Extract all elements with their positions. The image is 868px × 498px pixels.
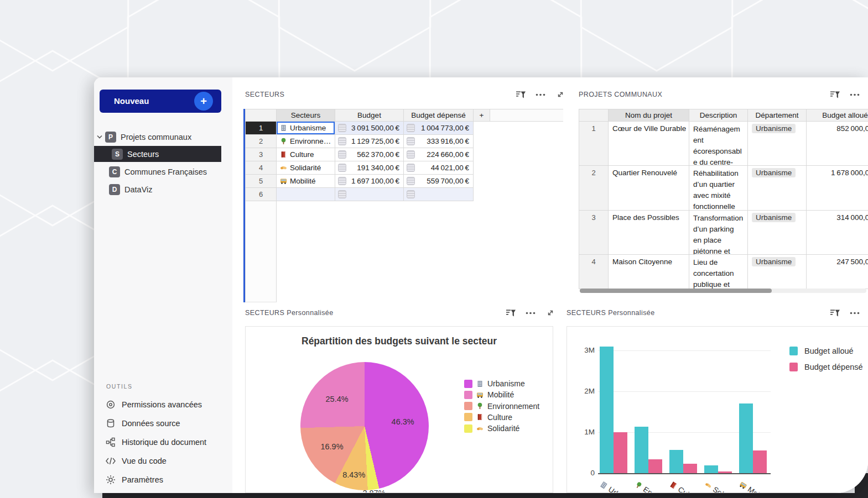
row-number[interactable]: 6 xyxy=(245,188,277,201)
cell-departement[interactable]: Urbanisme xyxy=(748,122,807,166)
filter-sort-icon[interactable] xyxy=(829,308,841,318)
bar-budget-dépensé-urbanisme[interactable] xyxy=(614,432,627,473)
cell-secteur[interactable]: Culture xyxy=(277,148,335,161)
cell-secteur[interactable]: Solidarité xyxy=(277,161,335,175)
legend-item-urbanisme[interactable]: Urbanisme xyxy=(464,379,525,388)
row-number-header[interactable] xyxy=(579,109,609,122)
row-number-header[interactable] xyxy=(245,109,277,122)
column-header-département[interactable]: Département xyxy=(748,109,807,122)
cell-nom-du-projet[interactable]: Maison Citoyenne xyxy=(609,255,689,289)
chevron-down-icon[interactable] xyxy=(95,133,104,141)
cell-secteur[interactable]: Environnement xyxy=(277,135,335,148)
cell-description[interactable]: Lieu de concertation publique et xyxy=(689,255,748,289)
expand-icon[interactable] xyxy=(544,308,557,318)
filter-sort-icon[interactable] xyxy=(505,308,517,318)
legend-swatch xyxy=(789,363,798,371)
plus-icon[interactable]: + xyxy=(194,92,213,111)
cell-budget-depense[interactable]: 224 660,00 € xyxy=(404,148,474,161)
cell-description[interactable]: Transformation d’un parking en place pié… xyxy=(689,211,748,255)
cell-departement[interactable]: Urbanisme xyxy=(748,211,807,255)
horizontal-scrollbar[interactable] xyxy=(580,289,772,293)
cell-budget-depense[interactable]: 559 700,00 € xyxy=(404,175,474,188)
bar-budget-dépensé-culture[interactable] xyxy=(683,464,697,473)
more-options-icon[interactable] xyxy=(849,90,861,99)
bar-budget-dépensé-solidarité[interactable] xyxy=(718,471,732,473)
pie-percentage-label: 8.43% xyxy=(342,470,365,479)
cell-description[interactable]: Réhabilitation d’un quartier avec mixité… xyxy=(689,166,748,211)
column-header-secteurs[interactable]: Secteurs xyxy=(277,109,335,122)
row-number[interactable]: 4 xyxy=(579,255,609,289)
row-number[interactable]: 5 xyxy=(245,175,277,188)
column-header-budget-alloué[interactable]: Budget alloué xyxy=(807,109,868,122)
sidebar-tool-permissions[interactable]: Permissions avancées xyxy=(94,397,227,412)
bar-budget-dépensé-environnement[interactable] xyxy=(648,459,662,473)
cell-budget[interactable]: 3 091 500,00 € xyxy=(335,122,404,135)
more-options-icon[interactable] xyxy=(534,90,547,99)
cell-nom-du-projet[interactable]: Cœur de Ville Durable xyxy=(609,122,689,166)
legend-item-mobilité[interactable]: Mobilité xyxy=(464,390,514,399)
legend-item-environnement[interactable]: Environnement xyxy=(464,402,539,411)
row-number[interactable]: 1 xyxy=(245,122,277,135)
sidebar-item-secteurs[interactable]: S Secteurs xyxy=(94,146,221,162)
bar-budget-alloué-culture[interactable] xyxy=(669,450,683,473)
tool-label: Permissions avancées xyxy=(122,400,202,409)
cell-budget[interactable]: 1 697 100,00 € xyxy=(335,175,404,188)
cell-secteur[interactable]: Mobilité xyxy=(277,175,335,188)
cell-departement[interactable]: Urbanisme xyxy=(748,166,807,211)
filter-sort-icon[interactable] xyxy=(514,90,527,99)
sidebar-item-dataviz[interactable]: D DataViz xyxy=(94,181,221,197)
row-number[interactable]: 2 xyxy=(579,166,609,211)
cell-nom-du-projet[interactable]: Place des Possibles xyxy=(609,211,689,255)
column-header-budget[interactable]: Budget xyxy=(335,109,404,122)
legend-item-budget-alloué[interactable]: Budget alloué xyxy=(789,347,854,355)
bar-budget-alloué-urbanisme[interactable] xyxy=(600,347,614,473)
row-number[interactable]: 4 xyxy=(245,161,277,175)
cell-budget-alloue[interactable]: 852 000,00 € xyxy=(807,122,868,166)
filter-sort-icon[interactable] xyxy=(829,90,841,99)
column-header-budget-dépensé[interactable]: Budget dépensé xyxy=(404,109,474,122)
column-header-description[interactable]: Description xyxy=(689,109,748,122)
row-number[interactable]: 1 xyxy=(579,122,609,166)
new-document-button[interactable]: Nouveau + xyxy=(100,90,221,113)
cell-budget-depense[interactable]: 1 004 773,00 € xyxy=(404,122,474,135)
expand-icon[interactable] xyxy=(554,90,566,99)
cell-secteur[interactable] xyxy=(277,188,335,201)
cell-budget[interactable] xyxy=(335,188,404,201)
bar-budget-alloué-mobilité[interactable] xyxy=(739,403,753,473)
cell-budget-alloue[interactable]: 247 500,00 € xyxy=(807,255,868,289)
sidebar-tool-parametres[interactable]: Paramètres xyxy=(94,472,227,487)
cell-budget[interactable]: 191 340,00 € xyxy=(335,161,404,175)
projet-name: Place des Possibles xyxy=(612,213,679,222)
sidebar-tool-historique[interactable]: Historique du document xyxy=(94,434,227,450)
cell-budget[interactable]: 562 370,00 € xyxy=(335,148,404,161)
add-column-button[interactable]: + xyxy=(474,109,490,122)
bar-budget-dépensé-mobilité[interactable] xyxy=(753,450,767,473)
cell-budget-depense[interactable]: 44 021,00 € xyxy=(404,161,474,175)
legend-item-culture[interactable]: Culture xyxy=(464,413,512,422)
cell-budget[interactable]: 1 129 725,00 € xyxy=(335,135,404,148)
column-header-nom-du-projet[interactable]: Nom du projet xyxy=(609,109,689,122)
sidebar-item-communes-francaises[interactable]: C Communes Françaises xyxy=(94,164,221,180)
more-options-icon[interactable] xyxy=(849,308,861,318)
row-number[interactable]: 3 xyxy=(245,148,277,161)
legend-item-solidarité[interactable]: Solidarité xyxy=(464,424,519,433)
cell-nom-du-projet[interactable]: Quartier Renouvelé xyxy=(609,166,689,211)
tool-label: Données source xyxy=(122,419,180,428)
more-options-icon[interactable] xyxy=(524,308,537,318)
cell-budget-alloue[interactable]: 314 000,00 € xyxy=(807,211,868,255)
cell-budget-alloue[interactable]: 1 678 000,00 € xyxy=(807,166,868,211)
row-number[interactable]: 3 xyxy=(579,211,609,255)
sidebar-tool-donnees-source[interactable]: Données source xyxy=(94,416,227,431)
cell-description[interactable]: Réaménagement écoresponsable du centre-v… xyxy=(689,122,748,166)
cell-budget-depense[interactable] xyxy=(404,188,474,201)
table-row: 4Solidarité191 340,00 €44 021,00 € xyxy=(245,161,563,175)
bar-budget-alloué-solidarité[interactable] xyxy=(704,465,718,473)
cell-secteur[interactable]: Urbanisme xyxy=(277,122,335,135)
sidebar-tool-vue-du-code[interactable]: Vue du code xyxy=(94,453,227,469)
cell-budget-depense[interactable]: 333 916,00 € xyxy=(404,135,474,148)
row-number[interactable]: 2 xyxy=(245,135,277,148)
legend-item-budget-dépensé[interactable]: Budget dépensé xyxy=(789,363,863,371)
sidebar-item-projets-communaux[interactable]: P Projets communaux xyxy=(94,129,221,145)
bar-budget-alloué-environnement[interactable] xyxy=(635,427,648,473)
cell-departement[interactable]: Urbanisme xyxy=(748,255,807,289)
